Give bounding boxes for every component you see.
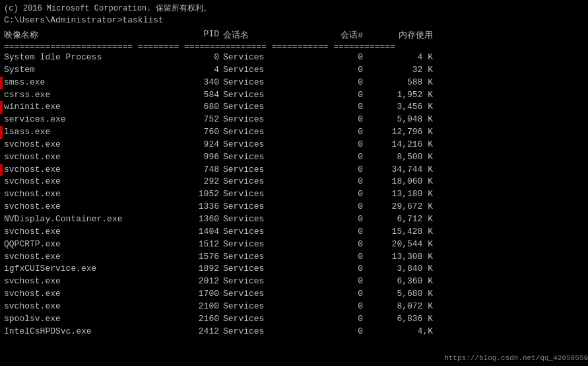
table-row: svchost.exe2012Services06,360 K <box>4 275 584 288</box>
cell-pid: 584 <box>176 89 222 102</box>
cell-process-name: System Idle Process <box>4 52 176 64</box>
cell-session-name: Services <box>222 164 301 176</box>
cell-mem: 8,072 K <box>367 301 433 313</box>
cell-process-name: svchost.exe <box>4 226 176 238</box>
cell-pid: 996 <box>176 151 222 164</box>
cell-session-num: 0 <box>301 101 367 114</box>
cell-pid: 2412 <box>176 326 222 338</box>
cell-session-num: 0 <box>301 213 367 226</box>
cell-session-num: 0 <box>301 313 367 326</box>
cell-mem: 3,456 K <box>367 101 433 114</box>
cell-pid: 1576 <box>176 251 222 264</box>
cell-mem: 3,840 K <box>367 263 433 275</box>
top-bar-text: (c) 2016 Microsoft Corporation. 保留所有权利。 <box>4 3 584 14</box>
cell-pid: 340 <box>176 77 222 89</box>
table-row: smss.exe340Services0588 K <box>4 77 584 89</box>
table-row: svchost.exe924Services014,216 K <box>4 139 584 151</box>
cell-pid: 748 <box>176 164 222 176</box>
table-row: igfxCUIService.exe1892Services03,840 K <box>4 263 584 275</box>
cell-session-num: 0 <box>301 64 367 77</box>
cell-session-name: Services <box>222 151 301 164</box>
cell-pid: 1360 <box>176 213 222 226</box>
header-mem: 内存使用 <box>367 29 433 41</box>
cell-mem: 13,308 K <box>367 251 433 264</box>
table-row: QQPCRTP.exe1512Services020,544 K <box>4 238 584 251</box>
cell-process-name: svchost.exe <box>4 288 176 301</box>
cell-session-name: Services <box>222 238 301 251</box>
cell-session-num: 0 <box>301 226 367 238</box>
table-row: csrss.exe584Services01,952 K <box>4 89 584 102</box>
cell-process-name: igfxCUIService.exe <box>4 263 176 275</box>
cell-session-name: Services <box>222 288 301 301</box>
cell-mem: 6,712 K <box>367 213 433 226</box>
cell-session-num: 0 <box>301 176 367 188</box>
cell-process-name: svchost.exe <box>4 201 176 213</box>
cell-pid: 292 <box>176 176 222 188</box>
cell-process-name: NVDisplay.Container.exe <box>4 213 176 226</box>
cell-session-num: 0 <box>301 301 367 313</box>
cell-session-num: 0 <box>301 52 367 64</box>
cell-mem: 6,836 K <box>367 313 433 326</box>
cell-session-name: Services <box>222 201 301 213</box>
table-row: NVDisplay.Container.exe1360Services06,71… <box>4 213 584 226</box>
cell-session-num: 0 <box>301 139 367 151</box>
table-header: 映像名称 PID 会话名 会话# 内存使用 <box>4 29 584 41</box>
cell-session-num: 0 <box>301 238 367 251</box>
separator: ========================= ======== =====… <box>4 42 584 52</box>
table-row: svchost.exe2100Services08,072 K <box>4 301 584 313</box>
cell-session-name: Services <box>222 263 301 275</box>
cell-session-name: Services <box>222 64 301 77</box>
table-row: svchost.exe1700Services05,680 K <box>4 288 584 301</box>
header-pid: PID <box>176 29 222 41</box>
cell-pid: 2160 <box>176 313 222 326</box>
cell-pid: 1512 <box>176 238 222 251</box>
cell-mem: 5,048 K <box>367 114 433 126</box>
cell-session-name: Services <box>222 77 301 89</box>
cell-process-name: smss.exe <box>4 77 176 89</box>
cell-session-name: Services <box>222 313 301 326</box>
cell-process-name: spoolsv.exe <box>4 313 176 326</box>
cell-mem: 12,796 K <box>367 126 433 139</box>
cell-pid: 752 <box>176 114 222 126</box>
table-row: svchost.exe292Services018,060 K <box>4 176 584 188</box>
cell-process-name: svchost.exe <box>4 275 176 288</box>
table-row: svchost.exe1052Services013,180 K <box>4 188 584 201</box>
cell-session-num: 0 <box>301 114 367 126</box>
table-row: svchost.exe1404Services015,428 K <box>4 226 584 238</box>
cell-session-num: 0 <box>301 77 367 89</box>
cell-session-name: Services <box>222 101 301 114</box>
cell-session-name: Services <box>222 139 301 151</box>
cell-session-num: 0 <box>301 151 367 164</box>
cell-session-name: Services <box>222 213 301 226</box>
cell-session-num: 0 <box>301 126 367 139</box>
cell-mem: 18,060 K <box>367 176 433 188</box>
table-row: spoolsv.exe2160Services06,836 K <box>4 313 584 326</box>
cell-process-name: QQPCRTP.exe <box>4 238 176 251</box>
cell-session-num: 0 <box>301 164 367 176</box>
table-body: System Idle Process0Services04 KSystem4S… <box>4 52 584 338</box>
header-session-num: 会话# <box>301 29 367 41</box>
cell-pid: 1892 <box>176 263 222 275</box>
cell-process-name: services.exe <box>4 114 176 126</box>
cell-session-name: Services <box>222 126 301 139</box>
cell-mem: 6,360 K <box>367 275 433 288</box>
cell-process-name: lsass.exe <box>4 126 176 139</box>
table-row: lsass.exe760Services012,796 K <box>4 126 584 139</box>
cell-mem: 34,744 K <box>367 164 433 176</box>
cell-mem: 4,K <box>367 326 433 338</box>
cell-process-name: svchost.exe <box>4 151 176 164</box>
cell-pid: 760 <box>176 126 222 139</box>
cell-process-name: csrss.exe <box>4 89 176 102</box>
table-row: svchost.exe748Services034,744 K <box>4 164 584 176</box>
cell-mem: 15,428 K <box>367 226 433 238</box>
cell-mem: 588 K <box>367 77 433 89</box>
cell-process-name: wininit.exe <box>4 101 176 114</box>
cell-session-name: Services <box>222 301 301 313</box>
cell-process-name: svchost.exe <box>4 251 176 264</box>
cell-session-name: Services <box>222 52 301 64</box>
header-name: 映像名称 <box>4 29 176 41</box>
cell-process-name: svchost.exe <box>4 139 176 151</box>
cell-pid: 1700 <box>176 288 222 301</box>
table-row: svchost.exe996Services08,500 K <box>4 151 584 164</box>
cell-pid: 1336 <box>176 201 222 213</box>
